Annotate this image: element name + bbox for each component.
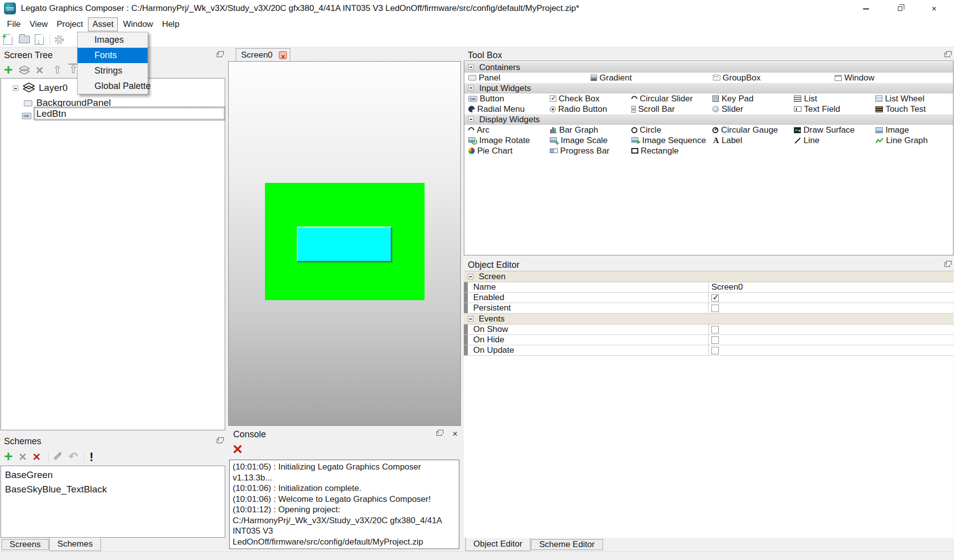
toolbox-item-progress-bar[interactable]: Progress Bar	[546, 146, 627, 156]
close-button[interactable]: ×	[918, 0, 954, 17]
close-tab-icon[interactable]	[279, 51, 287, 59]
toolbox-section-input-widgets[interactable]: Input Widgets	[464, 83, 953, 93]
tree-node-layer0[interactable]: Layer0	[23, 82, 68, 93]
settings-gear-icon[interactable]	[54, 34, 65, 45]
collapse-section-icon[interactable]	[468, 64, 474, 70]
menu-item-strings[interactable]: Strings	[78, 63, 148, 79]
float-panel-icon[interactable]	[217, 439, 222, 443]
oe-section-events[interactable]: Events	[464, 314, 954, 324]
toolbox-item-panel[interactable]: Panel	[464, 73, 587, 83]
toolbox-item-slider[interactable]: Slider	[708, 104, 790, 114]
collapse-section-icon[interactable]	[468, 316, 473, 321]
toolbox-item-line-graph[interactable]: Line Graph	[871, 135, 953, 146]
property-row-on-hide[interactable]: On Hide	[464, 335, 954, 345]
menu-item-global-palette[interactable]: Global Palette	[78, 79, 148, 94]
minimize-button[interactable]	[848, 0, 883, 17]
property-value-name[interactable]: Screen0	[709, 282, 954, 292]
move-up-icon[interactable]: ⇧	[53, 64, 62, 77]
on-hide-checkbox[interactable]	[711, 336, 719, 344]
tree-node-ledbtn[interactable]	[22, 110, 34, 121]
toolbox-item-image-sequence[interactable]: Image Sequence	[627, 135, 709, 146]
on-update-checkbox[interactable]	[711, 347, 719, 354]
float-panel-icon[interactable]	[436, 431, 442, 436]
toolbox-item-gradient[interactable]: Gradient	[587, 73, 709, 83]
warning-icon[interactable]: !	[89, 450, 93, 464]
float-panel-icon[interactable]	[945, 262, 950, 267]
toolbox-item-image[interactable]: Image	[871, 125, 953, 135]
collapse-section-icon[interactable]	[468, 116, 474, 122]
add-widget-icon[interactable]: +	[4, 63, 13, 76]
toolbox-item-bar-graph[interactable]: Bar Graph	[546, 125, 627, 135]
delete-scheme-icon[interactable]: ×	[19, 450, 26, 463]
toolbox-item-circular-gauge[interactable]: Circular Gauge	[708, 125, 790, 135]
toolbox-item-touch-test[interactable]: Touch Test	[871, 104, 953, 114]
open-project-icon[interactable]	[19, 36, 30, 43]
scheme-list-item[interactable]: BaseGreen	[1, 468, 225, 482]
toolbox-section-display-widgets[interactable]: Display Widgets	[464, 114, 953, 125]
oe-section-screen[interactable]: Screen	[464, 271, 954, 282]
menu-help[interactable]: Help	[158, 18, 183, 31]
on-show-checkbox[interactable]	[711, 326, 719, 333]
property-row-name[interactable]: Name Screen0	[464, 282, 954, 293]
toolbox-item-radial-menu[interactable]: Radial Menu	[464, 104, 546, 114]
enabled-checkbox[interactable]: ✓	[711, 294, 719, 302]
menu-file[interactable]: File	[3, 18, 24, 31]
float-panel-icon[interactable]	[217, 53, 222, 57]
rename-node-input[interactable]	[34, 107, 225, 120]
toolbox-item-image-scale[interactable]: Image Scale	[546, 135, 627, 146]
menu-item-fonts[interactable]: Fonts	[78, 48, 148, 63]
toolbox-item-list-wheel[interactable]: List Wheel	[871, 93, 953, 104]
toolbox-item-label[interactable]: Label	[708, 135, 790, 146]
tab-schemes[interactable]: Schemes	[49, 538, 101, 551]
property-row-enabled[interactable]: Enabled ✓	[464, 293, 954, 303]
move-to-top-icon[interactable]: ⇧	[69, 64, 78, 75]
tab-screens[interactable]: Screens	[1, 539, 49, 550]
toolbox-item-button[interactable]: Button	[464, 93, 546, 104]
toolbox-item-pie-chart[interactable]: Pie Chart	[464, 146, 546, 156]
toolbox-item-scroll-bar[interactable]: Scroll Bar	[627, 104, 709, 114]
delete-all-schemes-icon[interactable]: ×	[33, 450, 40, 463]
menu-window[interactable]: Window	[119, 18, 157, 31]
property-row-on-update[interactable]: On Update	[464, 345, 954, 356]
screen-background-panel[interactable]	[265, 183, 425, 300]
property-row-persistent[interactable]: Persistent	[464, 303, 954, 314]
schemes-list[interactable]: BaseGreen BaseSkyBlue_TextBlack	[0, 466, 225, 538]
add-layer-icon[interactable]	[19, 66, 30, 75]
collapse-section-icon[interactable]	[468, 274, 473, 279]
delete-widget-icon[interactable]: ×	[36, 64, 43, 77]
led-button-widget[interactable]	[297, 227, 392, 262]
menu-view[interactable]: View	[25, 18, 52, 31]
tab-scheme-editor[interactable]: Scheme Editor	[531, 539, 603, 550]
toolbox-item-key-pad[interactable]: Key Pad	[708, 93, 790, 104]
menu-item-images[interactable]: Images	[78, 32, 148, 48]
toolbox-item-rectangle[interactable]: Rectangle	[627, 146, 709, 156]
property-row-on-show[interactable]: On Show	[464, 324, 954, 335]
float-panel-icon[interactable]	[945, 53, 950, 57]
toolbox-item-circular-slider[interactable]: Circular Slider	[627, 93, 709, 104]
toolbox-item-radio-button[interactable]: Radio Button	[546, 104, 627, 114]
clear-console-icon[interactable]: ×	[233, 440, 243, 457]
toolbox-item-check-box[interactable]: Check Box	[546, 93, 627, 104]
toolbox-item-arc[interactable]: Arc	[464, 125, 546, 135]
new-project-icon[interactable]: +	[3, 34, 12, 45]
menu-asset[interactable]: Asset	[88, 17, 118, 31]
collapse-section-icon[interactable]	[468, 85, 474, 90]
console-log[interactable]: (10:01:05) : Initializing Legato Graphic…	[229, 460, 459, 549]
toolbox-item-list[interactable]: List	[790, 93, 871, 104]
toolbox-item-text-field[interactable]: Text Field	[790, 104, 871, 114]
toolbox-section-containers[interactable]: Containers	[464, 62, 953, 73]
menu-project[interactable]: Project	[53, 18, 87, 31]
toolbox-item-window[interactable]: Window	[831, 73, 953, 83]
toolbox-item-circle[interactable]: Circle	[627, 125, 709, 135]
persistent-checkbox[interactable]	[711, 305, 719, 312]
import-project-icon[interactable]: ↓	[35, 34, 44, 45]
toolbox-item-draw-surface[interactable]: Draw Surface	[790, 125, 871, 135]
scheme-list-item[interactable]: BaseSkyBlue_TextBlack	[1, 482, 225, 496]
screen-tree-view[interactable]: Layer0 BackgroundPanel	[0, 78, 225, 430]
close-panel-icon[interactable]: ×	[452, 429, 458, 438]
add-scheme-icon[interactable]: +	[4, 450, 13, 463]
toolbox-item-line[interactable]: Line	[790, 135, 871, 146]
tab-object-editor[interactable]: Object Editor	[465, 538, 530, 551]
collapse-layer-icon[interactable]	[13, 85, 18, 91]
tab-screen0[interactable]: Screen0	[236, 48, 290, 62]
